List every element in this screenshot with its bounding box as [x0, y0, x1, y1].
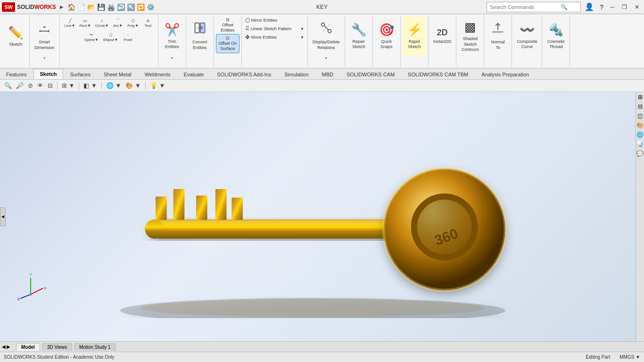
display-delete-relations-button[interactable]: Display/DeleteRelations	[310, 16, 343, 56]
toolbar-group-quick-snaps: 🎯 QuickSnaps	[373, 15, 401, 67]
tab-surfaces[interactable]: Surfaces	[64, 69, 97, 79]
tab-mbd[interactable]: MBD	[316, 69, 339, 79]
toolbar-group-smart-dim: ⬌ SmartDimension ▼	[30, 15, 60, 67]
rapid-sketch-button[interactable]: ⚡ RapidSketch	[403, 16, 426, 56]
new-file-icon[interactable]: 📄	[77, 3, 85, 11]
home-icon[interactable]: 🏠	[67, 3, 75, 11]
point-button[interactable]: · Point	[121, 31, 135, 43]
quick-snaps-button[interactable]: 🎯 QuickSnaps	[375, 16, 398, 56]
search-icon[interactable]: 🔍	[561, 4, 568, 10]
right-panel-icon-5[interactable]: 🌐	[636, 132, 644, 138]
left-panel-collapse[interactable]: ◀	[0, 207, 6, 226]
solidworks-logo-icon: SW	[2, 2, 15, 12]
tab-weldments[interactable]: Weldments	[139, 69, 177, 79]
spline-button[interactable]: 〜 Spline▼	[83, 31, 100, 43]
tab-sheet-metal[interactable]: Sheet Metal	[98, 69, 138, 79]
tab-evaluate[interactable]: Evaluate	[177, 69, 210, 79]
rapid-sketch-label: RapidSketch	[408, 39, 421, 50]
line-button[interactable]: ╱ Line▼	[63, 17, 77, 29]
search-box[interactable]: 🔍	[487, 2, 581, 12]
trim-entities-button[interactable]: ✂️ TrimEntities	[160, 16, 184, 56]
normal-to-button[interactable]: NormalTo	[486, 16, 510, 56]
ellipse-button[interactable]: ⬯ Ellipse▼	[101, 31, 120, 43]
save-icon[interactable]: 💾	[97, 3, 105, 11]
quick-snaps-label: QuickSnaps	[380, 39, 393, 50]
toolbar-group-draw: ╱ Line▼ ▭ Rect▼ ○ Circle▼ ⌒ Arc▼ ⬡ Poly▼…	[60, 15, 158, 67]
right-panel-icon-1[interactable]: ⊞	[638, 94, 643, 100]
restore-button[interactable]: ❐	[619, 3, 630, 11]
right-panel-icon-2[interactable]: ⊟	[638, 103, 643, 110]
offset-entities-icon: ⊟	[226, 17, 230, 23]
right-panel-icon-6[interactable]: 📊	[636, 141, 644, 148]
circle-button[interactable]: ○ Circle▼	[93, 17, 110, 29]
bottom-nav-next[interactable]: ▶	[7, 344, 10, 349]
user-icon[interactable]: 👤	[583, 1, 596, 12]
tab-solidworks-cam-tbm[interactable]: SOLIDWORKS CAM TBM	[402, 69, 474, 79]
linear-sketch-pattern-button[interactable]: ⠿ Linear Sketch Pattern ▼	[244, 25, 305, 33]
sketch-button[interactable]: ✏️ Sketch	[4, 16, 27, 56]
tab-simulation[interactable]: Simulation	[278, 69, 314, 79]
status-text: SOLIDWORKS Student Edition - Academic Us…	[4, 354, 115, 360]
display-mode-icon[interactable]: ◧ ▼	[82, 81, 98, 90]
toolbar-group-display-delete: Display/DeleteRelations ▼	[308, 15, 345, 67]
tab-3d-views[interactable]: 3D Views	[42, 343, 72, 351]
repair-sketch-button[interactable]: 🔧 RepairSketch	[347, 16, 371, 56]
rectangle-button[interactable]: ▭ Rect▼	[78, 17, 93, 29]
hide-components-icon[interactable]: 👁	[36, 81, 45, 90]
mirror-icon: ⬡	[245, 17, 250, 24]
zoom-in-icon[interactable]: 🔎	[15, 81, 25, 90]
arc-button[interactable]: ⌒ Arc▼	[111, 17, 125, 29]
text-icon: A	[147, 18, 149, 24]
help-icon[interactable]: ?	[598, 2, 606, 12]
scene-icon[interactable]: 🌐 ▼	[105, 81, 123, 90]
move-entities-button[interactable]: ✥ Move Entities ▼	[244, 33, 305, 41]
svg-rect-19	[196, 195, 207, 220]
cosmetic-thread-button[interactable]: 🔩 CosmeticThread	[544, 16, 568, 56]
right-panel-icon-4[interactable]: 🎨	[636, 122, 644, 129]
section-view-icon[interactable]: ⊘	[26, 81, 34, 90]
lights-icon[interactable]: 💡 ▼	[149, 81, 166, 90]
right-panel-icon-7[interactable]: 💬	[636, 150, 644, 157]
view-toolbar: 🔍 🔎 ⊘ 👁 ⊟ ⊞ ▼ ◧ ▼ 🌐 ▼ 🎨 ▼ 💡 ▼	[0, 80, 644, 92]
text-button[interactable]: A Text	[141, 17, 155, 29]
rebuild-icon[interactable]: 🔁	[137, 3, 145, 11]
open-icon[interactable]: 📂	[87, 3, 95, 11]
repair-label: RepairSketch	[352, 39, 365, 50]
polygon-button[interactable]: ⬡ Poly▼	[125, 17, 140, 29]
nav-arrow[interactable]: ▶	[60, 4, 64, 9]
close-button[interactable]: ✕	[632, 3, 642, 11]
view-filter-icon[interactable]: ⊟	[46, 81, 54, 90]
convert-entities-button[interactable]: ConvertEntities	[188, 16, 212, 56]
instant2d-button[interactable]: 2D Instant2D	[430, 16, 454, 56]
offset-entities-button[interactable]: ⊟ OffsetEntities	[216, 16, 239, 34]
tab-sketch[interactable]: Sketch	[33, 69, 63, 79]
svg-text:X: X	[44, 286, 47, 290]
search-input[interactable]	[490, 4, 561, 10]
convert-icon	[193, 21, 206, 39]
settings-icon[interactable]: ⚙️	[147, 3, 155, 11]
view-orient-icon[interactable]: ⊞ ▼	[60, 81, 76, 90]
appearance-icon[interactable]: 🎨 ▼	[124, 81, 142, 90]
minimize-button[interactable]: ─	[607, 3, 617, 11]
canvas-viewport[interactable]: 360 X Y Z	[0, 92, 636, 341]
bottom-nav-prev[interactable]: ◀	[2, 344, 6, 349]
right-panel-icon-3[interactable]: ◫	[637, 113, 643, 119]
print-icon[interactable]: 🖨️	[107, 3, 115, 11]
offset-on-surface-button[interactable]: ⊡ Offset OnSurface	[216, 34, 239, 53]
smart-dimension-button[interactable]: ⬌ SmartDimension	[32, 16, 58, 56]
composite-curve-button[interactable]: 〰️ CompositeCurve	[514, 16, 540, 56]
tab-analysis[interactable]: Analysis Preparation	[475, 69, 535, 79]
shaded-sketch-button[interactable]: ▩ ShadedSketchContours	[458, 16, 482, 56]
tab-solidworks-addins[interactable]: SOLIDWORKS Add-Ins	[211, 69, 277, 79]
tab-features[interactable]: Features	[0, 69, 33, 79]
select-icon[interactable]: ↖️	[127, 3, 135, 11]
tab-motion-study[interactable]: Motion Study 1	[74, 343, 116, 351]
cosmetic-thread-label: CosmeticThread	[547, 39, 565, 50]
tab-solidworks-cam[interactable]: SOLIDWORKS CAM	[340, 69, 401, 79]
status-bar: SOLIDWORKS Student Edition - Academic Us…	[0, 352, 644, 362]
undo-icon[interactable]: ↩️	[117, 3, 125, 11]
zoom-to-fit-icon[interactable]: 🔍	[3, 81, 13, 90]
instant2d-label: Instant2D	[433, 39, 452, 45]
tab-model[interactable]: Model	[16, 343, 40, 351]
mirror-entities-button[interactable]: ⬡ Mirror Entities	[244, 16, 305, 25]
